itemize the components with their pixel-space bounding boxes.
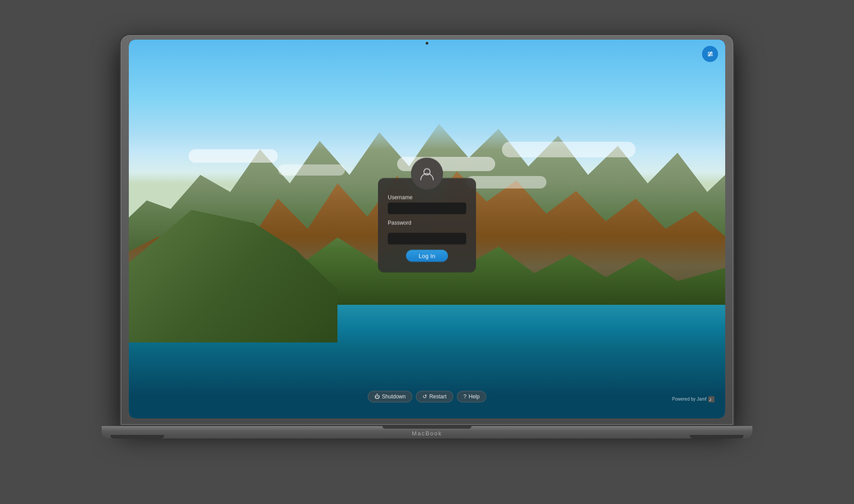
bottom-action-bar: ⏻ Shutdown ↺ Restart ? Help — [129, 391, 725, 402]
restart-button[interactable]: ↺ Restart — [416, 391, 453, 402]
help-button[interactable]: ? Help — [457, 391, 486, 402]
shutdown-label: Shutdown — [382, 393, 406, 400]
wifi-button[interactable]: ≇ — [702, 46, 718, 62]
camera — [426, 42, 428, 45]
cloud — [466, 176, 546, 188]
powered-by-label: Powered by Jamf J — [672, 396, 714, 402]
login-panel: Username Password Log In — [378, 178, 476, 272]
powered-by-text: Powered by Jamf — [672, 397, 706, 402]
laptop-foot-right — [690, 435, 743, 438]
jamf-icon: J — [708, 396, 714, 402]
cloud — [278, 164, 345, 176]
screen-bezel: ≇ Username Password L — [129, 40, 725, 418]
login-form: Username Password Log In — [388, 194, 466, 262]
login-button[interactable]: Log In — [406, 250, 448, 262]
help-label: Help — [469, 393, 480, 400]
macbook-label: MacBook — [412, 430, 442, 437]
user-icon — [419, 165, 435, 181]
shutdown-button[interactable]: ⏻ Shutdown — [368, 391, 412, 402]
cloud — [189, 149, 278, 163]
laptop-lid: ≇ Username Password L — [119, 34, 735, 426]
shutdown-icon: ⏻ — [374, 393, 380, 400]
laptop-computer: ≇ Username Password L — [119, 34, 735, 471]
svg-text:J: J — [709, 397, 711, 402]
user-avatar — [411, 157, 443, 189]
laptop-foot-left — [111, 435, 164, 438]
username-input[interactable] — [388, 202, 466, 214]
username-label: Username — [388, 194, 466, 200]
wifi-icon: ≇ — [707, 49, 714, 59]
password-label: Password — [388, 219, 466, 225]
cloud — [502, 142, 636, 157]
password-input[interactable] — [388, 233, 466, 244]
screen: ≇ Username Password L — [129, 40, 725, 418]
laptop-base: MacBook — [102, 426, 752, 438]
restart-icon: ↺ — [423, 393, 427, 400]
restart-label: Restart — [429, 393, 447, 400]
help-icon: ? — [464, 393, 467, 400]
